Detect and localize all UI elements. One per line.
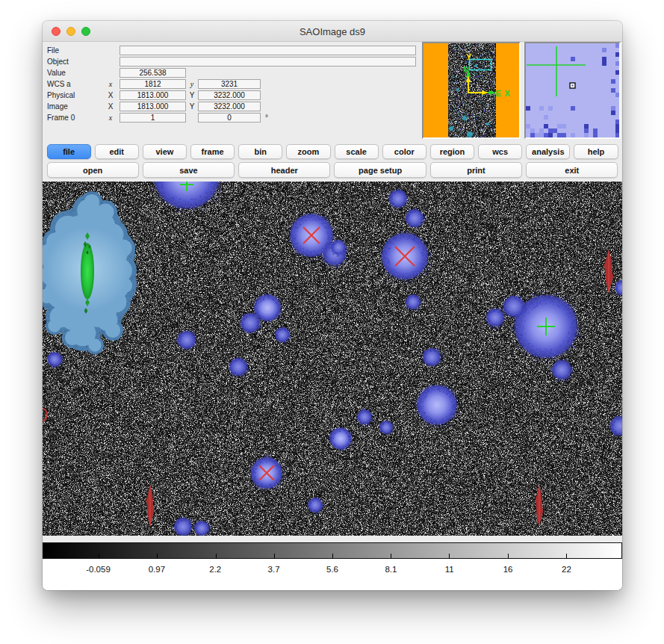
wcs-x-label: x: [105, 80, 116, 88]
file-field[interactable]: [120, 46, 416, 55]
menu-view[interactable]: view: [143, 144, 187, 159]
window-title: SAOImage ds9: [43, 26, 622, 37]
info-row-image: Image X 1813.000 Y 3232.000: [43, 102, 420, 111]
ds9-window: SAOImage ds9 File Object Value 256.538 W…: [43, 21, 622, 590]
object-label: Object: [47, 58, 69, 66]
colorbar-tick: [508, 554, 509, 558]
panner-canvas[interactable]: [423, 43, 519, 137]
colorbar-tick: [391, 554, 391, 558]
info-row-wcs: WCS a x 1812 y 3231: [43, 79, 420, 89]
wcs-label: WCS a: [47, 80, 71, 88]
titlebar[interactable]: SAOImage ds9: [43, 21, 622, 42]
colorbar-tick: [332, 554, 333, 558]
physical-x-label: X: [105, 91, 116, 99]
frame-angle-field[interactable]: 0: [198, 113, 261, 123]
wcs-y-label: y: [187, 80, 196, 88]
frame-zoom-field[interactable]: 1: [120, 113, 186, 123]
menu-analysis[interactable]: analysis: [526, 144, 570, 159]
menu-wcs[interactable]: wcs: [478, 144, 522, 159]
frame-label: Frame 0: [47, 114, 75, 122]
image-x-field[interactable]: 1813.000: [120, 102, 186, 111]
colorbar-label: -0.059: [86, 565, 111, 574]
degree-symbol: °: [265, 114, 268, 122]
physical-x-field[interactable]: 1813.000: [120, 90, 186, 100]
menu-help[interactable]: help: [574, 144, 618, 159]
menu-frame[interactable]: frame: [190, 144, 235, 159]
physical-label: Physical: [47, 91, 75, 99]
menu-scale[interactable]: scale: [335, 144, 379, 159]
image-label: Image: [47, 102, 68, 111]
main-image-canvas[interactable]: [43, 182, 622, 536]
colorbar-label: 5.6: [326, 565, 338, 574]
button-open[interactable]: open: [47, 162, 139, 178]
info-row-value: Value 256.538: [43, 68, 420, 78]
physical-y-field[interactable]: 3232.000: [198, 90, 261, 100]
colorbar-tick: [216, 554, 217, 558]
menu-edit[interactable]: edit: [95, 144, 139, 159]
image-y-label: Y: [187, 102, 196, 111]
value-label: Value: [47, 69, 66, 77]
colorbar-labels: -0.059 0.97 2.2 3.7 5.6 8.1 11 16 22: [43, 559, 622, 590]
panner-panel[interactable]: [422, 42, 521, 139]
info-row-file: File: [43, 46, 420, 55]
file-label: File: [47, 46, 59, 55]
colorbar-label: 2.2: [209, 565, 221, 574]
frame-x-label: x: [105, 114, 116, 122]
button-save[interactable]: save: [143, 162, 235, 178]
info-row-object: Object: [43, 57, 420, 66]
colorbar-tick: [99, 554, 99, 558]
colorbar-label: 11: [445, 565, 454, 574]
value-field[interactable]: 256.538: [120, 68, 186, 78]
wcs-x-field[interactable]: 1812: [120, 79, 186, 89]
menubar-row1: file edit view frame bin zoom scale colo…: [43, 144, 622, 161]
magnifier-panel[interactable]: [524, 42, 621, 139]
magnifier-canvas[interactable]: [526, 43, 619, 137]
colorbar-label: 8.1: [385, 565, 397, 574]
colorbar-label: 3.7: [268, 565, 280, 574]
info-row-frame: Frame 0 x 1 0 °: [43, 113, 420, 123]
menu-region[interactable]: region: [430, 144, 474, 159]
physical-y-label: Y: [187, 91, 196, 99]
image-y-field[interactable]: 3232.000: [198, 102, 261, 111]
button-header[interactable]: header: [238, 162, 330, 178]
colorbar-tick: [274, 554, 275, 558]
object-field[interactable]: [120, 57, 416, 66]
button-page-setup[interactable]: page setup: [334, 162, 426, 178]
button-exit[interactable]: exit: [526, 162, 618, 178]
info-row-physical: Physical X 1813.000 Y 3232.000: [43, 90, 420, 100]
colorbar-label: 22: [562, 565, 571, 574]
colorbar-tick: [449, 554, 450, 558]
menu-bin[interactable]: bin: [238, 144, 282, 159]
menu-zoom[interactable]: zoom: [286, 144, 330, 159]
menu-color[interactable]: color: [382, 144, 426, 159]
menu-file[interactable]: file: [47, 144, 91, 159]
colorbar-label: 0.97: [149, 565, 165, 574]
menubar-row2: open save header page setup print exit: [43, 162, 622, 179]
colorbar-tick: [157, 554, 158, 558]
button-print[interactable]: print: [430, 162, 522, 178]
image-x-label: X: [105, 102, 116, 111]
colorbar-tick: [566, 554, 567, 558]
wcs-y-field[interactable]: 3231: [198, 79, 261, 89]
colorbar[interactable]: [43, 542, 622, 559]
colorbar-label: 16: [503, 565, 513, 574]
